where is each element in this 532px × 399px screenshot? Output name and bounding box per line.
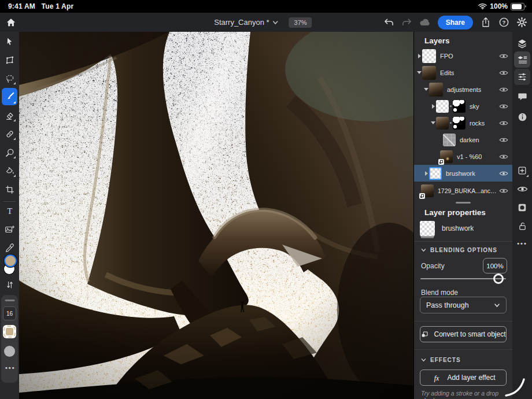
layer-properties-button-active[interactable]	[514, 51, 530, 68]
layer-mask-thumbnail[interactable]	[453, 100, 466, 113]
collapse-chevron-icon[interactable]	[430, 121, 436, 124]
layer-row-background[interactable]: 1729_BURKA...anced-NR33	[414, 182, 512, 199]
layer-row-darken[interactable]: darken	[414, 131, 512, 148]
expand-chevron-icon[interactable]	[423, 171, 429, 176]
info-button[interactable]	[514, 109, 530, 125]
layer-visibility-eye-icon[interactable]	[498, 153, 509, 160]
expand-chevron-icon[interactable]	[416, 54, 422, 58]
canvas[interactable]	[19, 32, 413, 399]
adjustment-layer-thumbnail[interactable]	[443, 134, 456, 146]
opacity-value-field[interactable]: 100%	[483, 258, 507, 274]
blend-mode-dropdown[interactable]: Pass through	[420, 297, 507, 313]
brush-tip-preview[interactable]	[3, 325, 16, 338]
tool-transform[interactable]	[2, 52, 17, 68]
type-tool-icon: T	[5, 206, 15, 216]
transform-tool-icon	[5, 55, 15, 65]
brush-size-field[interactable]: 16	[3, 306, 16, 320]
layers-panel-button[interactable]	[514, 35, 530, 51]
layer-visibility-eye-icon[interactable]	[498, 120, 509, 127]
tool-eraser[interactable]	[2, 108, 17, 123]
collapse-chevron-icon[interactable]	[423, 88, 429, 91]
tool-fill[interactable]	[2, 163, 17, 179]
tool-add-image[interactable]	[2, 221, 17, 237]
tool-type[interactable]: T	[2, 203, 17, 219]
tool-magnify[interactable]	[2, 145, 17, 160]
layer-visibility-eye-icon[interactable]	[498, 170, 509, 177]
brush-smoothing-control[interactable]	[3, 345, 16, 358]
panel-drag-handle[interactable]	[5, 300, 14, 301]
layer-row-v1[interactable]: v1 - %60	[414, 148, 512, 165]
lock-layer-button[interactable]	[514, 218, 530, 234]
layer-thumbnail[interactable]	[429, 167, 442, 180]
settings-button[interactable]	[515, 16, 529, 29]
layer-row-edits[interactable]: Edits	[414, 64, 512, 81]
expand-chevron-icon[interactable]	[430, 104, 436, 109]
zoom-level-badge[interactable]: 37%	[289, 17, 312, 28]
title-chevron-down-icon[interactable]	[273, 20, 279, 25]
tool-crop[interactable]	[2, 182, 17, 197]
smart-object-badge-icon	[438, 159, 444, 165]
panel-resize-handle[interactable]	[456, 202, 471, 204]
layer-row-brushwork-selected[interactable]: brushwork	[414, 165, 512, 182]
brush-tool-icon	[5, 91, 15, 102]
smart-object-thumbnail[interactable]	[440, 150, 453, 163]
layer-visibility-eye-icon[interactable]	[498, 69, 509, 76]
layer-mask-thumbnail[interactable]	[453, 117, 466, 130]
layer-thumbnail[interactable]	[422, 66, 436, 80]
home-icon	[6, 17, 16, 28]
layer-row-rocks[interactable]: rocks	[414, 114, 512, 131]
export-button[interactable]	[479, 16, 493, 29]
home-button[interactable]	[5, 16, 17, 29]
layer-row-sky[interactable]: sky	[414, 98, 512, 114]
swap-colors-button[interactable]	[2, 277, 17, 293]
layer-thumbnail[interactable]	[429, 83, 443, 97]
layer-properties-current-layer: brushwork	[414, 220, 512, 237]
foreground-color-swatch[interactable]	[4, 254, 17, 267]
section-chevron-down-icon	[421, 248, 426, 252]
layer-mask-button[interactable]	[514, 200, 530, 216]
redo-button[interactable]	[400, 16, 414, 29]
layer-visibility-eye-icon[interactable]	[498, 136, 509, 143]
task-rail: •••	[512, 32, 532, 399]
tool-brush[interactable]	[2, 88, 17, 105]
layer-thumbnail[interactable]	[436, 100, 449, 113]
tool-eyedropper[interactable]	[2, 240, 17, 256]
layer-row-fpo[interactable]: FPO	[414, 47, 512, 64]
layer-visibility-eye-icon[interactable]	[498, 103, 509, 110]
opacity-slider[interactable]	[420, 278, 506, 279]
layer-thumbnail[interactable]	[436, 117, 449, 130]
visibility-button[interactable]	[514, 181, 530, 197]
smart-object-thumbnail[interactable]	[421, 184, 434, 197]
brush-options-panel: 16 •••	[1, 295, 18, 383]
more-options-button[interactable]: •••	[514, 235, 530, 252]
layer-visibility-eye-icon[interactable]	[498, 53, 509, 60]
canvas-artwork	[19, 32, 413, 399]
convert-to-smart-object-button[interactable]: Convert to smart object	[420, 326, 507, 342]
top-bar: Starry_Canyon * 37% Share	[0, 13, 532, 32]
blending-options-header[interactable]: BLENDING OPTIONS	[421, 247, 497, 253]
add-layer-effect-button[interactable]: fx Add layer effect	[420, 370, 507, 386]
opacity-slider-knob[interactable]	[493, 274, 504, 284]
adjustments-panel-button[interactable]	[514, 69, 530, 85]
cloud-icon	[419, 18, 431, 27]
share-button[interactable]: Share	[438, 16, 473, 29]
layer-visibility-eye-icon[interactable]	[498, 86, 509, 93]
effects-header[interactable]: EFFECTS	[421, 357, 461, 363]
document-title[interactable]: Starry_Canyon *	[214, 18, 269, 27]
tool-healing-brush[interactable]	[2, 126, 17, 142]
layer-row-adjustments[interactable]: adjustments	[414, 81, 512, 98]
redo-icon	[401, 17, 412, 27]
collapse-chevron-icon[interactable]	[416, 71, 422, 74]
cloud-sync-button[interactable]	[418, 16, 432, 29]
add-layer-button[interactable]	[514, 162, 530, 179]
tool-move[interactable]	[2, 34, 17, 49]
help-button[interactable]: ?	[497, 16, 511, 29]
brush-more-options-button[interactable]: •••	[5, 364, 16, 371]
layer-visibility-eye-icon[interactable]	[498, 187, 509, 194]
layers-panel: Layers FPO Edits adjustments	[414, 32, 512, 399]
undo-button[interactable]	[382, 16, 396, 29]
corner-gesture-arc[interactable]	[504, 375, 527, 398]
tool-lasso[interactable]	[2, 71, 17, 86]
comments-button[interactable]	[514, 88, 530, 105]
layer-thumbnail[interactable]	[422, 49, 436, 63]
